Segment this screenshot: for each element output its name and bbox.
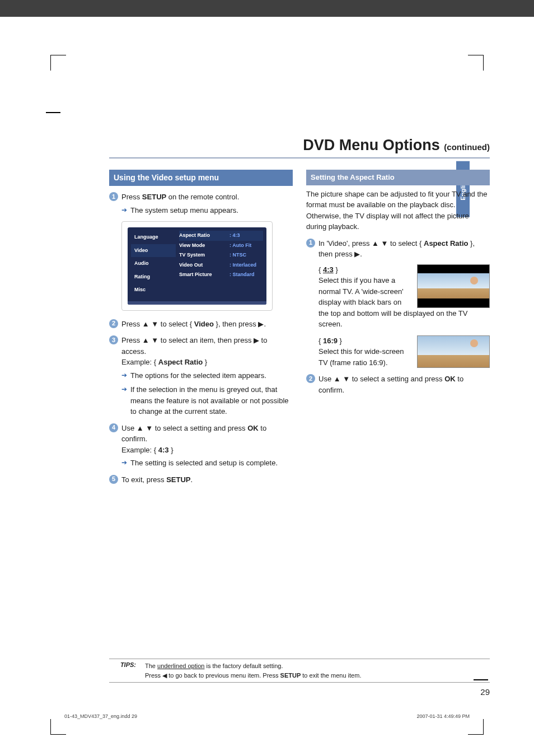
section-heading-video-setup: Using the Video setup menu [109, 170, 293, 186]
aspect-intro: The picture shape can be adjusted to fit… [306, 189, 490, 232]
rstep-badge-1: 1 [306, 239, 315, 248]
osd-bottom-bar [128, 301, 266, 305]
step-badge-1: 1 [109, 192, 118, 201]
osd-tab-audio: Audio [131, 257, 176, 270]
step-1-sub: The system setup menu appears. [121, 205, 293, 216]
osd-tab-language: Language [131, 231, 176, 244]
section-heading-aspect: Setting the Aspect Ratio [306, 170, 490, 185]
osd-row-aspect: Aspect Ratio: 4:3 [179, 231, 263, 241]
osd-tab-misc: Misc [131, 283, 176, 297]
crop-mark [468, 55, 484, 71]
print-footer: 01-43_MDV437_37_eng.indd 29 2007-01-31 4… [64, 713, 470, 719]
rstep-2: 2 Use ▲ ▼ to select a setting and press … [306, 374, 490, 395]
step-2: 2 Press ▲ ▼ to select { Video }, then pr… [109, 319, 293, 330]
step-4: 4 Use ▲ ▼ to select a setting and press … [109, 423, 293, 469]
osd-screenshot: Language Video Audio Rating Misc Aspect … [121, 221, 273, 311]
step-3-sub2: If the selection in the menu is greyed o… [121, 384, 293, 417]
page-sheet: English DVD Menu Options (continued) Usi… [0, 17, 534, 756]
step-4-example: Example: { 4:3 } [121, 446, 174, 454]
step-2-text: Press ▲ ▼ to select { Video }, then pres… [121, 320, 266, 328]
title-sub: (continued) [444, 142, 490, 152]
step-badge-5: 5 [109, 475, 118, 484]
rstep-2-text: Use ▲ ▼ to select a setting and press OK… [318, 375, 463, 394]
page-number: 29 [109, 687, 490, 697]
crop-mark [468, 719, 484, 735]
option-16-9-label: 16:9 [323, 337, 338, 345]
osd-row-view: View Mode: Auto Fit [179, 241, 263, 251]
step-3-sub1: The options for the selected item appear… [121, 370, 293, 381]
step-badge-4: 4 [109, 423, 118, 432]
step-3-example: Example: { Aspect Ratio } [121, 358, 207, 366]
step-4-sub: The setting is selected and setup is com… [121, 458, 293, 469]
osd-row-smart: Smart Picture: Standard [179, 270, 263, 280]
left-column: Using the Video setup menu 1 Press SETUP… [109, 170, 293, 491]
step-5: 5 To exit, press SETUP. [109, 474, 293, 486]
title-main: DVD Menu Options [303, 137, 440, 153]
option-16-9-desc: Select this for wide-screen TV (frame ra… [318, 347, 404, 367]
osd-row-vidout: Video Out: Interlaced [179, 260, 263, 270]
step-4-text: Use ▲ ▼ to select a setting and press OK… [121, 424, 266, 444]
rstep-badge-2: 2 [306, 374, 315, 383]
rstep-1-text: In 'Video', press ▲ ▼ to select { Aspect… [318, 239, 475, 259]
tv-16-9-illustration [417, 335, 490, 368]
option-16-9: { 16:9 } Select this for wide-screen TV … [318, 335, 490, 368]
tips-box: TIPS: The underlined option is the facto… [109, 659, 490, 683]
trim-tick [46, 112, 60, 113]
step-1: 1 Press SETUP on the remote control. The… [109, 192, 293, 216]
option-4-3-label: 4:3 [323, 265, 334, 274]
tips-body: The underlined option is the factory def… [145, 661, 490, 680]
tips-label: TIPS: [109, 661, 136, 680]
osd-tab-video: Video [131, 244, 176, 258]
right-column: Setting the Aspect Ratio The picture sha… [306, 170, 490, 491]
footer-timestamp: 2007-01-31 4:49:49 PM [416, 713, 470, 719]
step-3: 3 Press ▲ ▼ to select an item, then pres… [109, 335, 293, 417]
step-5-text: To exit, press SETUP. [121, 475, 193, 484]
osd-settings: Aspect Ratio: 4:3 View Mode: Auto Fit TV… [176, 231, 263, 297]
osd-row-tvsys: TV System: NTSC [179, 250, 263, 260]
crop-mark [50, 55, 66, 71]
step-badge-3: 3 [109, 335, 118, 344]
option-4-3: { 4:3 } Select this if you have a normal… [318, 264, 490, 330]
step-badge-2: 2 [109, 319, 118, 328]
crop-mark [50, 719, 66, 735]
step-3-text: Press ▲ ▼ to select an item, then press … [121, 336, 267, 356]
page-title: DVD Menu Options (continued) [109, 137, 490, 158]
rstep-1: 1 In 'Video', press ▲ ▼ to select { Aspe… [306, 238, 490, 368]
footer-filename: 01-43_MDV437_37_eng.indd 29 [64, 713, 137, 719]
osd-tabs: Language Video Audio Rating Misc [131, 231, 176, 297]
osd-tab-rating: Rating [131, 270, 176, 284]
step-1-text: Press SETUP on the remote control. [121, 193, 239, 201]
tv-4-3-illustration [417, 264, 490, 308]
